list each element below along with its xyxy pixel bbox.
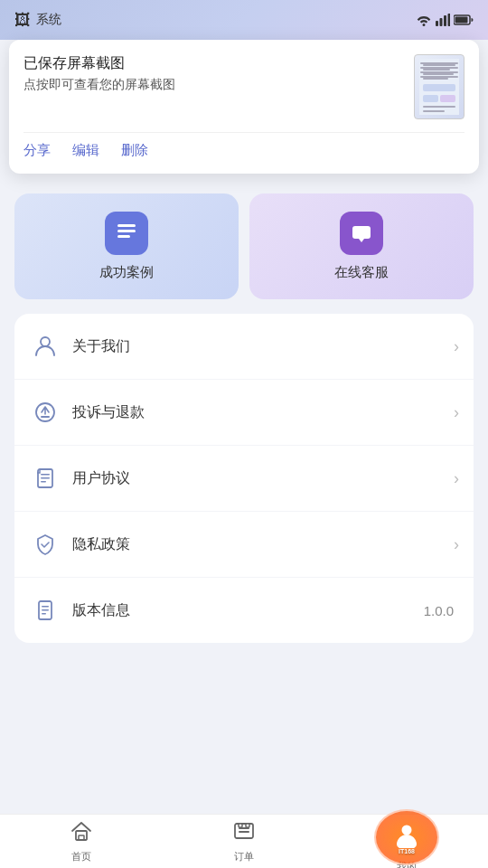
svg-marker-21 <box>359 239 364 242</box>
shield-icon <box>29 528 61 561</box>
svg-rect-32 <box>42 613 46 615</box>
system-label: 系统 <box>36 12 61 28</box>
person-icon <box>29 330 61 363</box>
feature-card-online-support[interactable]: 在线客服 <box>249 193 474 299</box>
menu-item-privacy-policy[interactable]: 隐私政策 › <box>14 512 474 578</box>
svg-rect-2 <box>444 15 446 26</box>
nav-item-profile[interactable]: IT168 我的 <box>325 815 488 868</box>
hand-icon <box>29 396 61 429</box>
online-support-label: 在线客服 <box>334 264 389 281</box>
file-icon <box>29 594 61 627</box>
svg-rect-5 <box>455 17 468 24</box>
notification-top: 已保存屏幕截图 点按即可查看您的屏幕截图 <box>23 54 465 119</box>
svg-rect-26 <box>41 474 50 476</box>
orders-icon <box>232 820 256 847</box>
svg-rect-3 <box>448 14 451 26</box>
status-bar: 🖼 系统 <box>0 0 488 40</box>
notification-actions: 分享 编辑 删除 <box>23 132 465 159</box>
home-nav-label: 首页 <box>71 850 91 863</box>
menu-item-about-us[interactable]: 关于我们 › <box>14 314 474 380</box>
success-cases-label: 成功案例 <box>99 264 154 281</box>
svg-rect-37 <box>239 831 249 833</box>
system-icon: 🖼 <box>14 11 31 30</box>
menu-item-version-info[interactable]: 版本信息 1.0.0 <box>14 578 474 643</box>
svg-rect-14 <box>423 106 455 108</box>
svg-point-22 <box>41 337 50 346</box>
about-us-label: 关于我们 <box>72 337 454 356</box>
notification-title: 已保存屏幕截图 <box>23 54 403 73</box>
svg-rect-18 <box>117 235 130 238</box>
complaints-chevron: › <box>454 403 459 422</box>
nav-item-orders[interactable]: 订单 <box>163 815 325 868</box>
menu-section: 关于我们 › 投诉与退款 › <box>14 314 474 643</box>
privacy-policy-label: 隐私政策 <box>72 535 454 554</box>
user-agreement-label: 用户协议 <box>72 469 454 488</box>
home-icon <box>70 820 93 847</box>
complaints-label: 投诉与退款 <box>72 403 454 422</box>
notification-subtitle: 点按即可查看您的屏幕截图 <box>23 77 403 93</box>
svg-rect-12 <box>423 95 438 102</box>
orders-nav-label: 订单 <box>234 850 254 863</box>
edit-button[interactable]: 编辑 <box>72 142 99 159</box>
menu-item-user-agreement[interactable]: 用户协议 › <box>14 446 474 512</box>
user-agreement-chevron: › <box>454 469 459 488</box>
feature-row: 成功案例 在线客服 <box>0 193 488 314</box>
svg-rect-38 <box>239 824 242 827</box>
share-button[interactable]: 分享 <box>23 142 51 159</box>
document-icon <box>29 462 61 495</box>
notification-text-block: 已保存屏幕截图 点按即可查看您的屏幕截图 <box>23 54 403 93</box>
notification-card[interactable]: 已保存屏幕截图 点按即可查看您的屏幕截图 分享 编辑 删除 <box>9 40 479 174</box>
svg-rect-34 <box>79 835 84 840</box>
svg-rect-1 <box>440 18 443 26</box>
wifi-icon <box>416 14 432 26</box>
about-us-chevron: › <box>454 337 459 356</box>
svg-rect-13 <box>440 95 455 102</box>
status-bar-right <box>416 14 474 26</box>
svg-rect-31 <box>42 609 49 611</box>
svg-rect-24 <box>41 416 50 418</box>
nav-item-home[interactable]: 首页 <box>0 815 163 868</box>
feature-card-success-cases[interactable]: 成功案例 <box>14 193 239 299</box>
status-bar-left: 🖼 系统 <box>14 11 61 30</box>
svg-rect-17 <box>117 230 136 232</box>
delete-button[interactable]: 删除 <box>121 142 148 159</box>
svg-rect-11 <box>423 84 455 91</box>
privacy-policy-chevron: › <box>454 535 459 554</box>
signal-icon <box>436 14 450 26</box>
online-support-icon <box>340 212 383 255</box>
notification-thumbnail <box>414 54 465 119</box>
svg-rect-20 <box>356 231 367 233</box>
svg-rect-15 <box>423 110 445 112</box>
svg-rect-9 <box>423 73 454 75</box>
battery-icon <box>454 14 474 25</box>
svg-point-40 <box>402 825 412 835</box>
menu-item-complaints[interactable]: 投诉与退款 › <box>14 380 474 446</box>
svg-rect-0 <box>436 21 438 26</box>
svg-rect-30 <box>42 606 49 608</box>
svg-rect-7 <box>423 64 455 66</box>
svg-rect-10 <box>423 78 448 80</box>
bottom-nav: 首页 订单 IT168 <box>0 814 488 868</box>
version-info-label: 版本信息 <box>72 601 424 620</box>
success-cases-icon <box>105 212 148 255</box>
version-value: 1.0.0 <box>424 603 454 618</box>
svg-rect-39 <box>246 824 249 827</box>
svg-rect-27 <box>41 477 50 479</box>
svg-rect-16 <box>117 224 136 227</box>
svg-rect-8 <box>423 69 450 71</box>
svg-rect-28 <box>41 481 46 483</box>
